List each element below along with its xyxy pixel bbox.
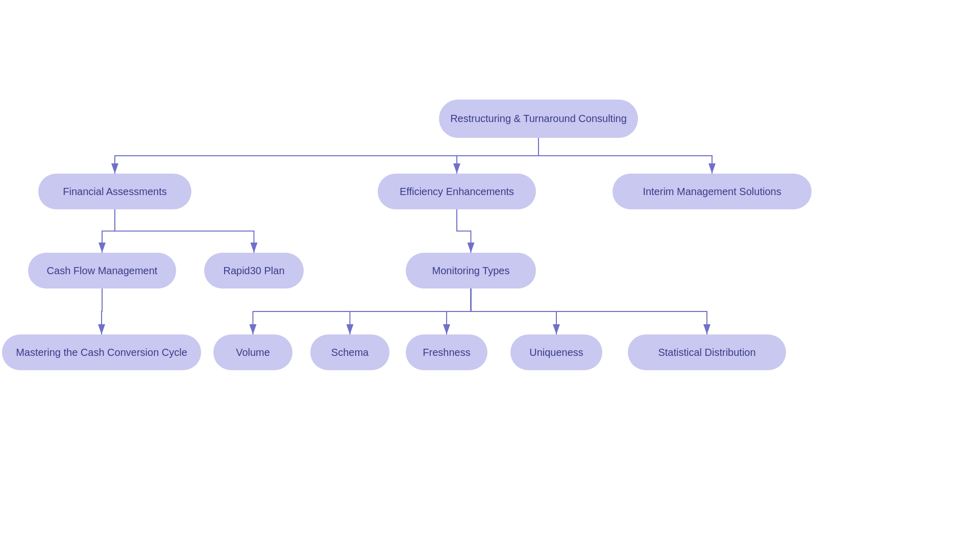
node-root[interactable]: Restructuring & Turnaround Consulting <box>439 100 638 138</box>
node-financial[interactable]: Financial Assessments <box>38 174 191 209</box>
node-interim[interactable]: Interim Management Solutions <box>612 174 812 209</box>
node-monitoring[interactable]: Monitoring Types <box>406 253 536 288</box>
node-mastering[interactable]: Mastering the Cash Conversion Cycle <box>2 334 201 370</box>
tree-diagram: Restructuring & Turnaround ConsultingFin… <box>0 0 980 553</box>
node-freshness[interactable]: Freshness <box>406 334 487 370</box>
node-cashflow[interactable]: Cash Flow Management <box>28 253 176 288</box>
node-rapid[interactable]: Rapid30 Plan <box>204 253 304 288</box>
node-statistical[interactable]: Statistical Distribution <box>628 334 786 370</box>
node-volume[interactable]: Volume <box>213 334 292 370</box>
node-uniqueness[interactable]: Uniqueness <box>510 334 602 370</box>
node-efficiency[interactable]: Efficiency Enhancements <box>378 174 536 209</box>
node-schema[interactable]: Schema <box>310 334 389 370</box>
